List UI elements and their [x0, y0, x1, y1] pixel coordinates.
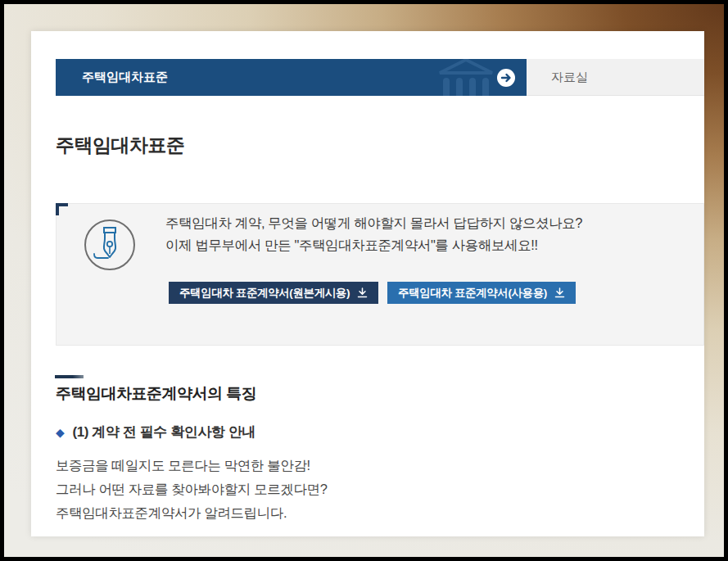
diamond-bullet-icon: ◆ [56, 426, 64, 439]
tab-active-label: 주택임대차표준 [82, 70, 168, 85]
feature-description: 보증금을 떼일지도 모른다는 막연한 불안감! 그러나 어떤 자료를 찾아봐야할… [56, 454, 327, 525]
corner-bracket-decoration [56, 203, 68, 215]
feature-line: 보증금을 떼일지도 모른다는 막연한 불안감! [56, 454, 327, 477]
tab-archive[interactable]: 자료실 [527, 59, 704, 96]
intro-line-1: 주택임대차 계약, 무엇을 어떻게 해야할지 몰라서 답답하지 않으셨나요? [165, 215, 582, 233]
download-usable-contract-button[interactable]: 주택임대차 표준계약서(사용용) [387, 282, 576, 304]
download-original-contract-button[interactable]: 주택임대차 표준계약서(원본게시용) [169, 282, 378, 304]
tab-inactive-label: 자료실 [551, 70, 588, 85]
download-button-row: 주택임대차 표준계약서(원본게시용) 주택임대차 표준계약서(사용용) [169, 282, 576, 304]
fountain-pen-icon [83, 218, 137, 272]
page-background: 주택임대차표준 자료실 주택임대차표준 [0, 0, 728, 561]
tab-housing-lease-standard[interactable]: 주택임대차표준 [56, 59, 527, 96]
content-card: 주택임대차표준 자료실 주택임대차표준 [31, 31, 704, 536]
tab-arrow-icon[interactable] [497, 69, 515, 87]
page-title: 주택임대차표준 [56, 133, 185, 158]
download-icon [357, 287, 368, 298]
intro-box: 주택임대차 계약, 무엇을 어떻게 해야할지 몰라서 답답하지 않으셨나요? 이… [56, 203, 704, 346]
features-heading: 주택임대차표준계약서의 특징 [56, 383, 256, 405]
intro-line-2: 이제 법무부에서 만든 "주택임대차표준계약서"를 사용해보세요!! [165, 237, 538, 255]
feature-line: 그러나 어떤 자료를 찾아봐야할지 모르겠다면? [56, 477, 327, 501]
feature-line: 주택임대차표준계약서가 알려드립니다. [56, 501, 327, 525]
government-building-icon [436, 59, 495, 96]
download-usable-label: 주택임대차 표준계약서(사용용) [398, 286, 547, 301]
feature-item-label: (1) 계약 전 필수 확인사항 안내 [72, 423, 255, 441]
download-original-label: 주택임대차 표준계약서(원본게시용) [179, 286, 350, 301]
tab-bar: 주택임대차표준 자료실 [56, 59, 704, 96]
feature-item-title: ◆ (1) 계약 전 필수 확인사항 안내 [56, 423, 255, 441]
download-icon [554, 287, 565, 298]
section-dash-decoration [55, 375, 84, 378]
